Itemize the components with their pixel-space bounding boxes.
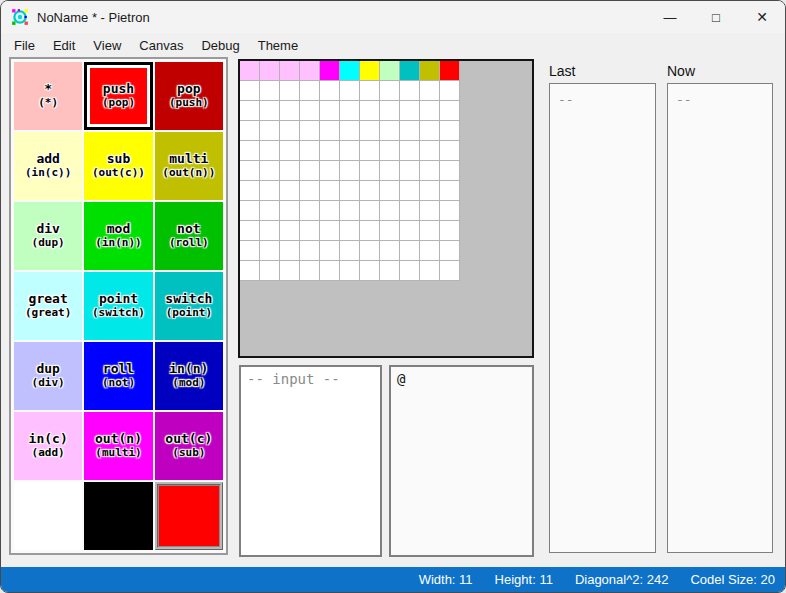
canvas-cell[interactable] <box>320 221 340 241</box>
canvas-cell[interactable] <box>340 141 360 161</box>
canvas-cell[interactable] <box>340 221 360 241</box>
canvas-cell[interactable] <box>240 101 260 121</box>
canvas-cell[interactable] <box>360 81 380 101</box>
command-button-add[interactable]: add(in(c)) <box>14 132 82 200</box>
command-button-sub[interactable]: sub(out(c)) <box>84 132 152 200</box>
canvas-cell[interactable] <box>380 161 400 181</box>
canvas-cell[interactable] <box>420 81 440 101</box>
canvas-cell[interactable] <box>420 241 440 261</box>
canvas-cell[interactable] <box>280 101 300 121</box>
canvas-cell[interactable] <box>420 261 440 281</box>
canvas-cell[interactable] <box>440 141 460 161</box>
maximize-button[interactable]: □ <box>693 1 739 33</box>
canvas-cell[interactable] <box>260 241 280 261</box>
command-button-pop[interactable]: pop(push) <box>155 62 223 130</box>
canvas-cell[interactable] <box>360 161 380 181</box>
canvas-cell[interactable] <box>280 201 300 221</box>
canvas-cell[interactable] <box>320 121 340 141</box>
input-textarea[interactable] <box>239 365 382 557</box>
menu-item-edit[interactable]: Edit <box>44 35 84 56</box>
canvas-cell[interactable] <box>320 241 340 261</box>
command-button-outc[interactable]: out(c)(sub) <box>155 412 223 480</box>
minimize-button[interactable]: — <box>647 1 693 33</box>
canvas-cell[interactable] <box>420 201 440 221</box>
canvas-cell[interactable] <box>440 101 460 121</box>
canvas-cell[interactable] <box>300 101 320 121</box>
color-swatch-black[interactable] <box>84 482 152 550</box>
canvas-cell[interactable] <box>240 221 260 241</box>
canvas-cell[interactable] <box>240 81 260 101</box>
canvas-cell[interactable] <box>280 261 300 281</box>
canvas-cell[interactable] <box>360 121 380 141</box>
command-button-switch[interactable]: switch(point) <box>155 272 223 340</box>
command-button-mod[interactable]: mod(in(n)) <box>84 202 152 270</box>
canvas-cell[interactable] <box>300 181 320 201</box>
canvas-cell[interactable] <box>440 201 460 221</box>
menu-item-debug[interactable]: Debug <box>192 35 248 56</box>
canvas-cell[interactable] <box>320 61 340 81</box>
command-button-great[interactable]: great(great) <box>14 272 82 340</box>
canvas-cell[interactable] <box>260 161 280 181</box>
canvas-cell[interactable] <box>420 141 440 161</box>
canvas-cell[interactable] <box>280 121 300 141</box>
command-button-not[interactable]: not(roll) <box>155 202 223 270</box>
canvas-cell[interactable] <box>260 141 280 161</box>
canvas-cell[interactable] <box>320 261 340 281</box>
canvas-cell[interactable] <box>340 161 360 181</box>
canvas-cell[interactable] <box>380 141 400 161</box>
canvas-cell[interactable] <box>360 261 380 281</box>
menu-item-file[interactable]: File <box>5 35 44 56</box>
color-swatch-red[interactable] <box>155 482 223 550</box>
canvas-cell[interactable] <box>300 201 320 221</box>
canvas-cell[interactable] <box>260 261 280 281</box>
canvas-cell[interactable] <box>420 221 440 241</box>
canvas-cell[interactable] <box>260 221 280 241</box>
canvas-cell[interactable] <box>340 61 360 81</box>
canvas-cell[interactable] <box>300 81 320 101</box>
canvas-cell[interactable] <box>300 261 320 281</box>
command-button-inn[interactable]: in(n)(mod) <box>155 342 223 410</box>
command-button-star[interactable]: *(*) <box>14 62 82 130</box>
command-button-push[interactable]: push(pop) <box>84 62 152 130</box>
canvas-grid[interactable] <box>240 61 460 281</box>
canvas-cell[interactable] <box>400 201 420 221</box>
command-button-outn[interactable]: out(n)(multi) <box>84 412 152 480</box>
canvas-cell[interactable] <box>440 261 460 281</box>
canvas-cell[interactable] <box>400 161 420 181</box>
canvas-cell[interactable] <box>380 221 400 241</box>
canvas-cell[interactable] <box>400 101 420 121</box>
canvas-cell[interactable] <box>300 141 320 161</box>
canvas-cell[interactable] <box>440 221 460 241</box>
canvas-cell[interactable] <box>280 161 300 181</box>
canvas-cell[interactable] <box>280 141 300 161</box>
canvas-cell[interactable] <box>400 61 420 81</box>
canvas-cell[interactable] <box>420 121 440 141</box>
canvas-cell[interactable] <box>260 101 280 121</box>
canvas-cell[interactable] <box>400 121 420 141</box>
canvas-cell[interactable] <box>360 181 380 201</box>
canvas-cell[interactable] <box>240 161 260 181</box>
canvas-cell[interactable] <box>420 61 440 81</box>
canvas-cell[interactable] <box>340 121 360 141</box>
canvas-cell[interactable] <box>320 201 340 221</box>
command-button-point[interactable]: point(switch) <box>84 272 152 340</box>
canvas-cell[interactable] <box>300 241 320 261</box>
canvas-cell[interactable] <box>260 181 280 201</box>
canvas-cell[interactable] <box>280 221 300 241</box>
menu-item-theme[interactable]: Theme <box>249 35 307 56</box>
canvas-cell[interactable] <box>300 61 320 81</box>
canvas-cell[interactable] <box>320 161 340 181</box>
canvas-cell[interactable] <box>400 241 420 261</box>
close-button[interactable]: ✕ <box>739 1 785 33</box>
canvas-cell[interactable] <box>260 81 280 101</box>
canvas-cell[interactable] <box>380 81 400 101</box>
command-button-inc[interactable]: in(c)(add) <box>14 412 82 480</box>
canvas-cell[interactable] <box>340 241 360 261</box>
canvas-cell[interactable] <box>440 181 460 201</box>
canvas-cell[interactable] <box>380 241 400 261</box>
canvas-cell[interactable] <box>320 81 340 101</box>
canvas-cell[interactable] <box>340 101 360 121</box>
canvas-cell[interactable] <box>420 101 440 121</box>
canvas-cell[interactable] <box>240 241 260 261</box>
canvas-cell[interactable] <box>380 181 400 201</box>
